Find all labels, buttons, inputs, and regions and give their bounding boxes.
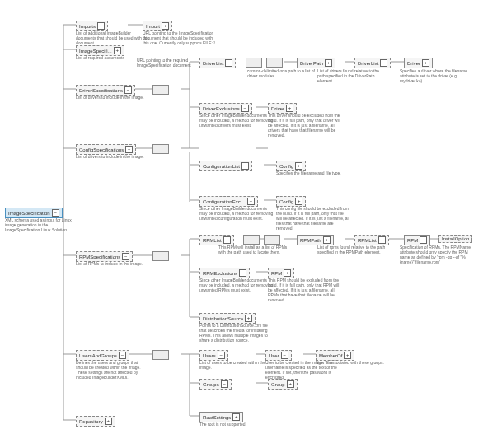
desc-memberof: User is associated with these groups. — [316, 360, 384, 365]
expand-icon[interactable]: + — [284, 269, 291, 277]
expand-icon[interactable]: − — [223, 236, 231, 244]
desc-imagespec: List of required documents — [76, 55, 124, 60]
expand-icon[interactable]: − — [420, 236, 427, 244]
desc-driverspecs: List of drivers to include in the image. — [76, 95, 144, 100]
desc-driver: This driver should be excluded from the … — [268, 113, 342, 138]
node-configlist[interactable]: ConfigurationList− — [199, 161, 252, 171]
label: DriverExclusions — [203, 106, 240, 111]
sequence-indicator — [152, 350, 169, 360]
label: MemberOf — [319, 353, 342, 358]
label: Group — [271, 382, 285, 387]
node-repository[interactable]: Repository+ — [76, 416, 115, 427]
label: RPMList — [358, 238, 377, 243]
expand-icon[interactable]: − — [218, 352, 225, 359]
expand-icon[interactable]: − — [119, 352, 126, 359]
label: RPM — [271, 271, 282, 276]
desc-configspecs: List of drivers to include in the image. — [76, 154, 144, 159]
sequence-indicator — [152, 144, 169, 154]
expand-icon[interactable]: − — [281, 352, 288, 359]
desc-import: URL pointing to the ImageSpecification d… — [143, 30, 217, 45]
node-driver-end[interactable]: Driver+ — [404, 58, 433, 68]
expand-icon[interactable]: + — [232, 413, 240, 421]
sequence-indicator — [266, 58, 283, 68]
expand-icon[interactable]: + — [287, 380, 294, 388]
desc-driver-end: Specifies a driver where the filename at… — [400, 68, 474, 83]
sequence-indicator — [246, 58, 262, 68]
label: ConfigSpecifications — [79, 147, 124, 152]
label: ImageSpecification — [8, 211, 50, 216]
label: RPMList — [203, 238, 222, 243]
label: ConfigurationExcl... — [203, 199, 246, 204]
label: DriverPath — [300, 61, 323, 66]
desc-rpm: This RPM should be excluded from the bui… — [268, 278, 342, 302]
label: UsersAndGroups — [79, 353, 117, 358]
label: RPMSpecifications — [79, 254, 120, 259]
desc-usersandgroups: Defines the users and groups that should… — [76, 360, 150, 380]
node-driverpath[interactable]: DriverPath+ — [297, 58, 335, 68]
label: Users — [203, 353, 216, 358]
label: DriverList — [203, 61, 223, 66]
expand-icon[interactable]: − — [242, 105, 249, 112]
expand-icon[interactable]: + — [105, 418, 112, 425]
desc-config: Specifies the filename and file type. — [276, 170, 341, 175]
desc-rpmlist2: List of rpms found relative to the path … — [317, 245, 387, 254]
collapse-icon[interactable]: − — [52, 209, 59, 217]
expand-icon[interactable]: − — [378, 236, 386, 244]
label: Groups — [203, 382, 219, 387]
desc-config2: This config file should be excluded from… — [276, 206, 350, 231]
label: Config — [279, 164, 293, 169]
expand-icon[interactable]: − — [247, 198, 255, 205]
label: RPM — [407, 238, 418, 243]
label: ImageSpecifi... — [79, 49, 112, 54]
node-driverlist[interactable]: DriverList− — [199, 58, 236, 68]
label: DriverSpecifications — [79, 88, 123, 93]
expand-icon[interactable]: − — [122, 253, 129, 260]
label: RootSettings — [203, 415, 231, 420]
label: ConfigurationList — [203, 164, 240, 169]
sequence-indicator — [264, 235, 280, 245]
expand-icon[interactable]: + — [162, 22, 169, 30]
expand-icon[interactable]: + — [422, 59, 429, 67]
sequence-indicator — [152, 85, 169, 95]
desc-driverexcl: Since other ImageBuilder documents may b… — [199, 113, 274, 128]
sequence-indicator — [152, 251, 169, 261]
expand-icon[interactable]: − — [239, 269, 246, 277]
expand-icon[interactable]: + — [245, 315, 252, 322]
desc-rpmlist: This RPM will install as a list of RPMs … — [218, 245, 293, 254]
expand-icon[interactable]: − — [221, 380, 228, 388]
expand-icon[interactable]: − — [124, 86, 132, 94]
expand-icon[interactable]: − — [97, 22, 105, 30]
label: Imports — [79, 24, 96, 29]
expand-icon[interactable]: + — [344, 352, 351, 359]
expand-icon[interactable]: + — [295, 198, 302, 205]
label: RPMPath — [300, 238, 321, 243]
label: RPMExclusions — [203, 271, 237, 276]
expand-icon[interactable]: + — [325, 59, 332, 67]
node-group[interactable]: Group+ — [268, 379, 298, 390]
expand-icon[interactable]: − — [125, 146, 133, 153]
desc-rpmexcl: Since other ImageBuilder documents may b… — [199, 278, 274, 292]
expand-icon[interactable]: − — [380, 59, 387, 67]
expand-icon[interactable]: + — [286, 105, 293, 112]
expand-icon[interactable]: − — [242, 162, 249, 170]
label: Driver — [271, 106, 284, 111]
expand-icon[interactable]: − — [225, 59, 232, 67]
desc-configexcl: Since other ImageBuilder documents may b… — [199, 206, 274, 221]
label: Driver — [407, 61, 420, 66]
desc-distro: Points to a DistributionSource.xml file … — [199, 323, 274, 343]
desc-driverlist: comma-delimited or a path to a list of d… — [247, 68, 321, 78]
label: DriverList — [358, 61, 378, 66]
desc-driverlist2: List of drivers found relative to the pa… — [317, 68, 387, 83]
label: InstallOption — [442, 236, 469, 241]
node-groups[interactable]: Groups− — [199, 379, 232, 390]
label: User — [269, 353, 279, 358]
node-driverlist2[interactable]: DriverList− — [354, 58, 391, 68]
expand-icon[interactable]: + — [114, 47, 121, 54]
label: Repository — [79, 419, 103, 424]
expand-icon[interactable]: + — [323, 236, 331, 244]
desc-rootsettings: The root is not supported. — [199, 422, 246, 427]
desc-root: XML schema used as input for Linux image… — [5, 217, 79, 232]
node-installoption[interactable]: InstallOption — [438, 235, 472, 243]
expand-icon[interactable]: + — [295, 162, 302, 170]
label: Import — [146, 24, 160, 29]
